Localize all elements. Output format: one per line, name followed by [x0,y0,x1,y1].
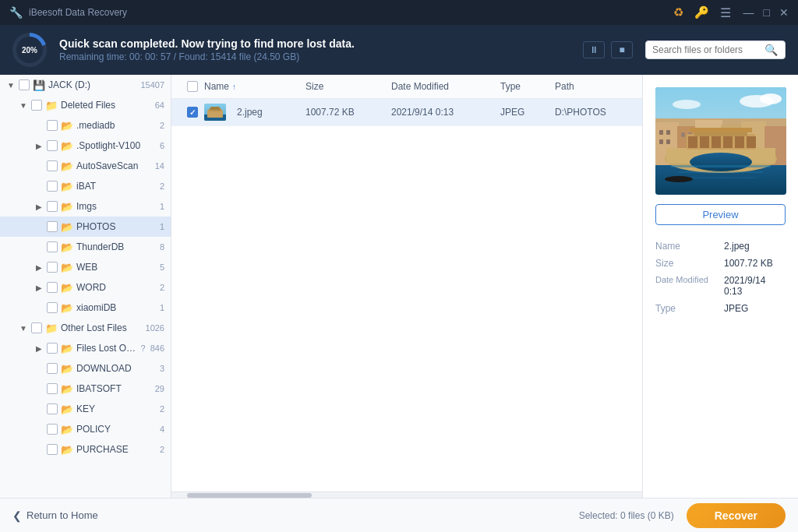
horizontal-scrollbar[interactable] [171,491,642,498]
meta-size-row: Size 1007.72 KB [655,258,786,269]
return-home-button[interactable]: ❮ Return to Home [12,509,98,522]
sidebar-item-deleted-files[interactable]: ▼ 📁 Deleted Files 64 [0,95,171,115]
checkbox-files-lost[interactable] [47,343,58,354]
checkbox-spotlight[interactable] [47,140,58,151]
checkbox-deleted[interactable] [31,100,42,111]
checkbox-policy[interactable] [47,424,58,435]
checkbox-jack[interactable] [19,79,30,90]
folder-blue-icon: 📂 [61,281,73,294]
app-title: iBeesoft Data Recovery [29,7,127,18]
table-row[interactable]: ✓ [171,99,642,126]
folder-blue-icon: 📂 [61,301,73,314]
col-name-label: Name [204,81,229,92]
sidebar-label-purchase: PURCHASE [76,444,157,455]
sidebar-item-autosave[interactable]: ▶ 📂 AutoSaveScan 14 [0,156,171,176]
sidebar-item-web[interactable]: ▶ 📂 WEB 5 [0,257,171,277]
stop-button[interactable]: ■ [611,41,633,58]
menu-icon[interactable]: ☰ [720,5,731,20]
checkbox-other-lost[interactable] [31,322,42,333]
sidebar-item-word[interactable]: ▶ 📂 WORD 2 [0,277,171,298]
sidebar-label-autosave: AutoSaveScan [76,160,152,171]
checkbox-ibatsoft[interactable] [47,383,58,394]
meta-date-value: 2021/9/14 0:13 [724,275,786,297]
preview-image [655,87,786,195]
row-date: 2021/9/14 0:13 [391,107,500,118]
sidebar-item-key[interactable]: ▶ 📂 KEY 2 [0,399,171,419]
svg-rect-31 [747,136,756,148]
checkbox-purchase[interactable] [47,444,58,455]
checkbox-mediadb[interactable] [47,120,58,131]
sidebar-label-files-lost: Files Lost Origi... [76,343,136,354]
sidebar-label-spotlight: .Spotlight-V100 [76,140,157,151]
recover-button[interactable]: Recover [687,503,786,528]
checkbox-download[interactable] [47,363,58,374]
sidebar-label-ibatsoft: IBATSOFT [76,383,152,394]
sidebar-item-files-lost-origin[interactable]: ▶ 📂 Files Lost Origi... ? 846 [0,338,171,358]
search-icon: 🔍 [764,44,778,56]
folder-blue-icon: 📂 [61,119,73,132]
sidebar-item-jack[interactable]: ▼ 💾 JACK (D:) 15407 [0,75,171,95]
sidebar-item-spotlight[interactable]: ▶ 📂 .Spotlight-V100 6 [0,136,171,156]
sidebar-item-imgs[interactable]: ▶ 📂 Imgs 1 [0,196,171,217]
sidebar-label-xiaomidb: xiaomiDB [76,302,157,313]
scrollbar-thumb[interactable] [187,493,312,498]
search-input[interactable] [652,44,761,55]
sidebar-item-photos[interactable]: ▶ 📂 PHOTOS 1 [0,217,171,237]
sidebar-item-ibatsoft[interactable]: ▶ 📂 IBATSOFT 29 [0,379,171,399]
main-content: ▼ 💾 JACK (D:) 15407 ▼ 📁 Deleted Files 64… [0,75,798,498]
checkbox-web[interactable] [47,262,58,273]
minimize-button[interactable]: ― [743,7,754,18]
sidebar-item-ibat[interactable]: ▶ 📂 iBAT 2 [0,176,171,196]
search-bar[interactable]: 🔍 [645,41,786,59]
file-rows: ✓ [171,99,642,491]
svg-rect-28 [711,136,721,148]
sidebar-label-web: WEB [76,262,157,273]
select-all-checkbox[interactable] [187,81,198,92]
header-check[interactable] [181,81,204,92]
row-checkbox[interactable]: ✓ [187,107,198,118]
pause-button[interactable]: ⏸ [583,41,605,58]
chevron-icon: ▶ [34,404,44,414]
chevron-right-icon: ▶ [34,141,44,150]
meta-date-label: Date Modified [655,275,718,284]
sidebar-item-other-lost[interactable]: ▼ 📁 Other Lost Files 1026 [0,318,171,338]
svg-rect-25 [690,128,752,132]
sidebar-item-mediadb[interactable]: ▶ 📂 .mediadb 2 [0,115,171,136]
sidebar-item-policy[interactable]: ▶ 📂 POLICY 4 [0,419,171,439]
sidebar-count-spotlight: 6 [160,141,164,150]
restore-button[interactable]: □ [764,7,770,18]
checkbox-word[interactable] [47,282,58,293]
row-type: JPEG [500,107,555,118]
sidebar-item-xiaomidb[interactable]: ▶ 📂 xiaomiDB 1 [0,298,171,318]
chevron-icon: ▶ [34,161,44,171]
svg-rect-4 [210,107,220,110]
svg-rect-14 [659,130,663,135]
scan-title: Quick scan completed. Now trying to find… [59,37,570,50]
sidebar-count-ibat: 2 [160,181,164,191]
folder-blue-icon: 📂 [61,423,73,435]
chevron-left-icon: ❮ [12,509,22,522]
checkbox-photos[interactable] [47,221,58,232]
bottom-bar: ❮ Return to Home Selected: 0 files (0 KB… [0,498,798,532]
chevron-icon: ▶ [34,303,44,312]
checkbox-thunderdb[interactable] [47,241,58,252]
key-icon[interactable]: 🔑 [694,5,709,19]
sidebar-item-thunderdb[interactable]: ▶ 📂 ThunderDB 8 [0,237,171,257]
sort-arrow-up[interactable]: ↑ [232,83,236,91]
sidebar-count-word: 2 [160,283,164,292]
row-check[interactable]: ✓ [181,107,204,118]
checkbox-xiaomidb[interactable] [47,302,58,313]
checkbox-ibat[interactable] [47,181,58,192]
meta-name-label: Name [655,241,718,252]
checkbox-autosave[interactable] [47,160,58,171]
preview-button[interactable]: Preview [655,204,786,225]
checkbox-imgs[interactable] [47,201,58,212]
sidebar-count-photos: 1 [160,222,164,231]
recycle-icon[interactable]: ♻ [673,5,683,19]
close-button[interactable]: ✕ [779,7,789,18]
sidebar-item-download[interactable]: ▶ 📂 DOWNLOAD 3 [0,358,171,379]
chevron-icon: ▶ [34,425,44,434]
checkbox-key[interactable] [47,403,58,414]
folder-blue-icon: 📂 [61,220,73,233]
sidebar-item-purchase[interactable]: ▶ 📂 PURCHASE 2 [0,439,171,460]
